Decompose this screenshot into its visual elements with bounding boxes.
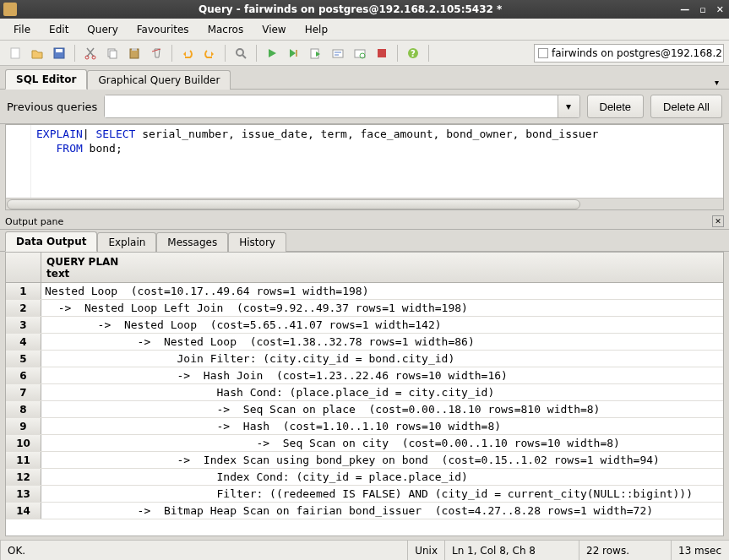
row-number[interactable]: 13 <box>6 486 41 502</box>
cell-query-plan[interactable]: -> Nested Loop Left Join (cost=9.92..49.… <box>41 300 723 316</box>
table-row[interactable]: 4 -> Nested Loop (cost=1.38..32.78 rows=… <box>6 334 723 351</box>
menu-view[interactable]: View <box>253 21 294 38</box>
sql-editor-area[interactable]: EXPLAIN| SELECT serial_number, issue_dat… <box>6 125 723 198</box>
maximize-button[interactable]: ▫ <box>698 4 707 15</box>
output-pane-header: Output pane ✕ <box>0 214 729 230</box>
row-number[interactable]: 5 <box>6 351 41 367</box>
svg-rect-14 <box>378 49 386 57</box>
cell-query-plan[interactable]: Filter: ((redeemed IS FALSE) AND (city_i… <box>41 486 723 502</box>
delete-button[interactable]: Delete <box>587 95 645 118</box>
table-row[interactable]: 5 Join Filter: (city.city_id = bond.city… <box>6 351 723 367</box>
redo-icon[interactable] <box>199 43 220 63</box>
table-row[interactable]: 13 Filter: ((redeemed IS FALSE) AND (cit… <box>6 486 723 503</box>
clear-icon[interactable] <box>146 43 166 63</box>
table-row[interactable]: 3 -> Nested Loop (cost=5.65..41.07 rows=… <box>6 317 723 334</box>
cell-query-plan[interactable]: -> Hash Join (cost=1.23..22.46 rows=10 w… <box>41 367 723 383</box>
scrollbar-thumb[interactable] <box>7 199 580 209</box>
grid-column-header[interactable]: QUERY PLAN text <box>41 253 723 282</box>
menu-edit[interactable]: Edit <box>41 21 77 38</box>
table-row[interactable]: 6 -> Hash Join (cost=1.23..22.46 rows=10… <box>6 367 723 384</box>
previous-queries-combo[interactable]: ▾ <box>104 95 579 118</box>
row-number[interactable]: 4 <box>6 334 41 350</box>
tab-data-output[interactable]: Data Output <box>5 231 97 252</box>
database-combo-label: fairwinds on postgres@192.168.2.105:5432 <box>552 47 724 59</box>
grid-corner[interactable] <box>6 253 41 282</box>
tab-explain[interactable]: Explain <box>97 232 156 252</box>
table-row[interactable]: 2 -> Nested Loop Left Join (cost=9.92..4… <box>6 300 723 317</box>
tab-messages[interactable]: Messages <box>156 232 228 252</box>
cell-query-plan[interactable]: -> Index Scan using bond_pkey on bond (c… <box>41 452 723 468</box>
cell-query-plan[interactable]: -> Bitmap Heap Scan on fairian bond_issu… <box>41 503 723 519</box>
menu-query[interactable]: Query <box>79 21 126 38</box>
row-number[interactable]: 6 <box>6 367 41 383</box>
copy-icon[interactable] <box>102 43 122 63</box>
cut-icon[interactable] <box>80 43 101 63</box>
previous-queries-input[interactable] <box>105 95 557 117</box>
table-row[interactable]: 14 -> Bitmap Heap Scan on fairian bond_i… <box>6 503 723 519</box>
tab-sql-editor[interactable]: SQL Editor <box>5 69 87 90</box>
minimize-button[interactable]: — <box>678 4 691 15</box>
menu-help[interactable]: Help <box>296 21 336 38</box>
save-icon[interactable] <box>49 43 69 63</box>
execute-pgscript-icon[interactable] <box>284 43 304 63</box>
execute-icon[interactable] <box>262 43 282 63</box>
cell-query-plan[interactable]: Join Filter: (city.city_id = bond.city_i… <box>41 351 723 367</box>
table-row[interactable]: 7 Hash Cond: (place.place_id = city.city… <box>6 384 723 401</box>
database-combo[interactable]: fairwinds on postgres@192.168.2.105:5432 <box>534 44 724 63</box>
grid-body[interactable]: 1Nested Loop (cost=10.17..49.64 rows=1 w… <box>6 283 723 536</box>
execute-file-icon[interactable] <box>306 43 326 63</box>
open-icon[interactable] <box>27 43 47 63</box>
editor-content[interactable]: EXPLAIN| SELECT serial_number, issue_dat… <box>31 125 603 198</box>
row-number[interactable]: 10 <box>6 435 41 451</box>
row-number[interactable]: 11 <box>6 452 41 468</box>
row-number[interactable]: 9 <box>6 418 41 434</box>
close-button[interactable]: ✕ <box>715 4 726 15</box>
row-number[interactable]: 12 <box>6 469 41 485</box>
row-number[interactable]: 1 <box>6 283 41 299</box>
cell-query-plan[interactable]: -> Nested Loop (cost=1.38..32.78 rows=1 … <box>41 334 723 350</box>
cell-query-plan[interactable]: -> Nested Loop (cost=5.65..41.07 rows=1 … <box>41 317 723 333</box>
row-number[interactable]: 8 <box>6 401 41 417</box>
row-number[interactable]: 7 <box>6 384 41 400</box>
row-number[interactable]: 2 <box>6 300 41 316</box>
row-number[interactable]: 3 <box>6 317 41 333</box>
db-autocommit-checkbox[interactable] <box>538 48 548 58</box>
table-row[interactable]: 1Nested Loop (cost=10.17..49.64 rows=1 w… <box>6 283 723 300</box>
cell-query-plan[interactable]: Nested Loop (cost=10.17..49.64 rows=1 wi… <box>41 283 723 299</box>
svg-rect-6 <box>110 51 117 58</box>
help-icon[interactable]: ? <box>403 43 423 63</box>
previous-queries-dropdown-icon[interactable]: ▾ <box>558 95 579 117</box>
column-type: text <box>46 268 718 280</box>
output-pane-title: Output pane <box>5 216 63 227</box>
paste-icon[interactable] <box>124 43 144 63</box>
tab-history[interactable]: History <box>228 232 286 252</box>
output-pane-close-icon[interactable]: ✕ <box>712 215 724 227</box>
table-row[interactable]: 9 -> Hash (cost=1.10..1.10 rows=10 width… <box>6 418 723 435</box>
menu-file[interactable]: File <box>5 21 39 38</box>
table-row[interactable]: 12 Index Cond: (city_id = place.place_id… <box>6 469 723 486</box>
menu-favourites[interactable]: Favourites <box>128 21 198 38</box>
menu-macros[interactable]: Macros <box>199 21 253 38</box>
table-row[interactable]: 11 -> Index Scan using bond_pkey on bond… <box>6 452 723 469</box>
result-grid: QUERY PLAN text 1Nested Loop (cost=10.17… <box>5 252 724 536</box>
editor-tabs: SQL Editor Graphical Query Builder ▾ <box>0 66 729 90</box>
undo-icon[interactable] <box>177 43 198 63</box>
table-row[interactable]: 10 -> Seq Scan on city (cost=0.00..1.10 … <box>6 435 723 452</box>
cell-query-plan[interactable]: Hash Cond: (place.place_id = city.city_i… <box>41 384 723 400</box>
delete-all-button[interactable]: Delete All <box>650 95 722 118</box>
explain-icon[interactable] <box>328 43 348 63</box>
explain-analyze-icon[interactable] <box>350 43 370 63</box>
cell-query-plan[interactable]: -> Seq Scan on city (cost=0.00..1.10 row… <box>41 435 723 451</box>
cancel-query-icon[interactable] <box>372 43 392 63</box>
cell-query-plan[interactable]: -> Seq Scan on place (cost=0.00..18.10 r… <box>41 401 723 417</box>
tabs-overflow-icon[interactable]: ▾ <box>710 76 724 89</box>
editor-horizontal-scrollbar[interactable] <box>6 198 723 209</box>
row-number[interactable]: 14 <box>6 503 41 519</box>
table-row[interactable]: 8 -> Seq Scan on place (cost=0.00..18.10… <box>6 401 723 418</box>
tab-graphical-builder[interactable]: Graphical Query Builder <box>87 70 231 90</box>
cell-query-plan[interactable]: Index Cond: (city_id = place.place_id) <box>41 469 723 485</box>
find-icon[interactable] <box>231 43 251 63</box>
new-icon[interactable] <box>5 43 25 63</box>
previous-queries-label: Previous queries <box>7 101 97 113</box>
cell-query-plan[interactable]: -> Hash (cost=1.10..1.10 rows=10 width=8… <box>41 418 723 434</box>
